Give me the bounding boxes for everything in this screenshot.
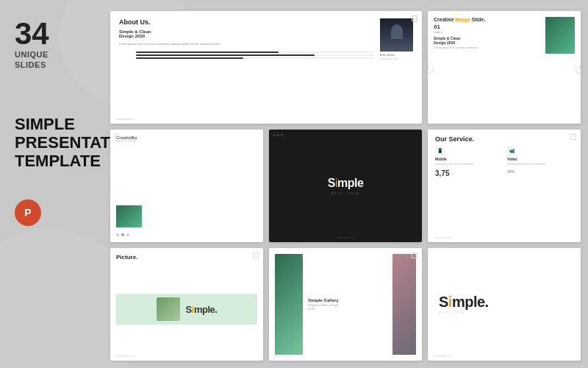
our-service-title: Our Service. <box>435 135 573 143</box>
slide-gallery: Simple Gallery Simple & Clean Design 203… <box>269 248 422 361</box>
service-metric-1: 3,75 <box>435 169 501 177</box>
slide-url: www.example.com <box>116 118 135 121</box>
service-columns: 📱 Mobile Lorem ipsum dolor sit amet cons… <box>435 146 573 236</box>
creativbo-label: CreativBo BEST IDEA <box>116 135 257 201</box>
slide-about-us: About Us. Simple & Clean Design 2030 Lor… <box>110 11 422 124</box>
slide-creative-content: Creative Image Slide. 01 Gallery Simple … <box>434 17 541 118</box>
gallery-title: Simple Gallery <box>308 298 387 302</box>
cactus-image <box>157 297 180 321</box>
slide-number: 01 <box>434 24 541 30</box>
mobile-icon: 📱 <box>435 146 444 155</box>
dark-dot-2 <box>277 134 279 136</box>
dark-dot-1 <box>273 134 276 136</box>
dot-3 <box>126 233 129 236</box>
gallery-text: Simple Gallery Simple & Clean Design 203… <box>306 254 389 355</box>
slide-creative-desc: Lorem ipsum dolor sit amet consectetur <box>434 46 541 50</box>
dark-url: www.example.com <box>336 236 354 239</box>
creativbo-plant-image <box>116 205 142 227</box>
slide-picture: Picture. Simple. www.example.com ⤢ <box>110 248 263 361</box>
picture-url: www.example.com <box>116 355 135 358</box>
slide-label: UNIQUE SLIDES <box>15 49 49 71</box>
next-arrow[interactable]: › <box>576 63 581 73</box>
person-image <box>380 18 413 52</box>
slide-creativbo: CreativBo BEST IDEA <box>110 130 263 242</box>
plant-image <box>545 17 575 54</box>
gallery-image-2 <box>392 254 416 355</box>
simple-text: Simple. <box>186 304 218 315</box>
picture-content: Simple. <box>116 263 257 355</box>
best-idea-label: BEST IDEA <box>331 191 360 195</box>
slide-simple-dark: Simple BEST IDEA www.example.com <box>269 130 422 242</box>
gallery-content: Simple Gallery Simple & Clean Design 203… <box>275 254 416 355</box>
gallery-corner-icon: ⤢ <box>412 252 417 258</box>
service-desc-1: Lorem ipsum dolor sit amet consectetur <box>435 163 501 166</box>
simple-final-url: www.example.com <box>434 355 452 358</box>
simple-dark-title: Simple <box>328 177 364 190</box>
powerpoint-badge: P <box>15 199 41 226</box>
slide-creative: Creative Image Slide. 01 Gallery Simple … <box>428 11 581 124</box>
slide-creative-image <box>545 17 575 118</box>
service-label-2: Video <box>507 157 573 161</box>
corner-expand-icon: ⤢ <box>412 15 417 21</box>
prev-arrow[interactable]: ‹ <box>428 63 433 73</box>
gallery-subtitle: Simple & Clean Design 2030 <box>308 303 387 311</box>
service-col-1: 📱 Mobile Lorem ipsum dolor sit amet cons… <box>435 146 501 236</box>
slide-our-service: Our Service. 📱 Mobile Lorem ipsum dolor … <box>428 130 581 242</box>
slide-marker <box>115 134 118 138</box>
dot-2 <box>121 233 124 236</box>
gallery-image-1 <box>275 254 303 355</box>
person-info: Belle Jacobs <box>380 54 413 57</box>
slide-about-sub: Simple & Clean Design 2030 <box>119 29 374 38</box>
picture-title: Picture. <box>116 254 257 261</box>
slide-count: 34 <box>15 18 49 49</box>
slide-number-sub: Gallery <box>434 30 541 34</box>
slide-about-image-area: Belle Jacobs Lorem ipsum dolor <box>380 18 413 116</box>
slide-about-content: About Us. Simple & Clean Design 2030 Lor… <box>119 18 374 116</box>
progress-bars <box>119 52 374 60</box>
slide-about-desc: Lorem ipsum dolor sit amet consectetur a… <box>119 42 374 46</box>
dot-1 <box>116 233 119 236</box>
dot-indicators <box>116 233 257 236</box>
picture-corner-icon: ⤢ <box>253 252 259 258</box>
person-desc: Lorem ipsum dolor <box>380 57 413 60</box>
service-label-1: Mobile <box>435 157 501 161</box>
dark-card-dots <box>273 134 283 136</box>
creative-label: Creative Image Slide. <box>434 17 541 22</box>
picture-bg: Simple. <box>116 294 257 325</box>
video-icon: 📹 <box>507 146 516 155</box>
service-url: www.example.com <box>434 236 452 239</box>
slide-about-title: About Us. <box>119 18 374 26</box>
creativbo-content <box>116 205 257 227</box>
simple-final-title: Simple. <box>439 294 489 309</box>
simple-final-sub: BEST IDEA <box>439 311 465 314</box>
gallery-url: www.example.com <box>275 355 293 358</box>
left-panel: 34 UNIQUE SLIDES SIMPLE PRESENTATION TEM… <box>0 0 118 368</box>
slides-grid: About Us. Simple & Clean Design 2030 Lor… <box>110 11 581 361</box>
slide-creative-sub: Simple & Clean Design 2030 <box>434 36 541 45</box>
service-metric-2: 25% <box>507 169 573 174</box>
service-corner-icon: ⤢ <box>570 134 576 140</box>
slide-simple-final: Simple. BEST IDEA www.example.com <box>428 248 581 361</box>
service-desc-2: Lorem ipsum dolor sit amet consectetur <box>507 163 573 166</box>
service-col-2: 📹 Video Lorem ipsum dolor sit amet conse… <box>507 146 573 236</box>
dark-dot-3 <box>281 134 283 136</box>
